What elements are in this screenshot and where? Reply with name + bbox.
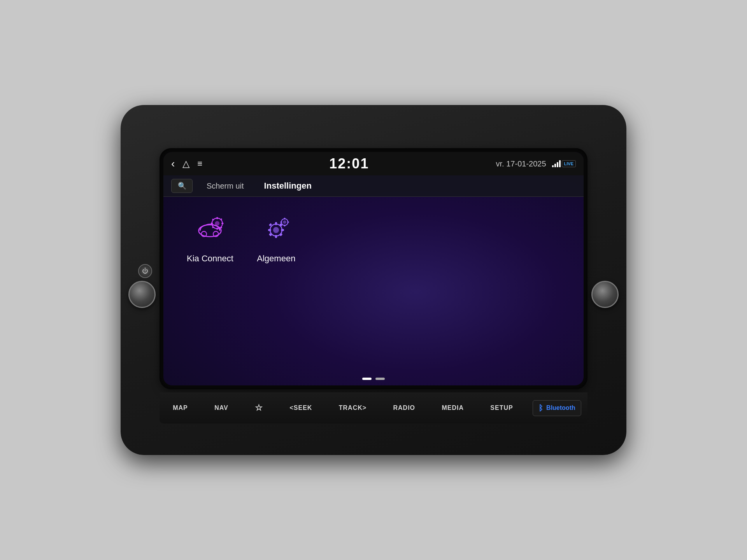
- signal-bars: [552, 160, 561, 167]
- svg-rect-6: [217, 228, 218, 229]
- bluetooth-button[interactable]: ᛒ Bluetooth: [533, 400, 581, 416]
- bluetooth-label: Bluetooth: [546, 404, 575, 411]
- nav-icons: ‹ △ ≡: [171, 158, 202, 170]
- svg-rect-28: [288, 221, 289, 222]
- media-button[interactable]: MEDIA: [435, 401, 471, 415]
- time-display: 12:01: [202, 156, 496, 172]
- screen-bezel: ⏻ ‹ △ ≡ 12:01 vr. 17-01-2025 LIVE: [160, 148, 587, 389]
- setup-button[interactable]: SETUP: [483, 401, 520, 415]
- svg-point-14: [273, 227, 279, 233]
- dot-2[interactable]: [375, 378, 385, 380]
- bluetooth-icon: ᛒ: [538, 404, 543, 413]
- svg-rect-15: [275, 222, 277, 225]
- svg-rect-16: [275, 235, 277, 238]
- svg-point-24: [283, 220, 287, 224]
- signal-indicator: LIVE: [552, 160, 576, 167]
- status-bar: ‹ △ ≡ 12:01 vr. 17-01-2025 LIVE: [163, 152, 584, 175]
- svg-rect-27: [281, 221, 282, 222]
- home-icon[interactable]: △: [182, 158, 189, 169]
- menu-bar: 🔍 Scherm uit Instellingen: [163, 175, 584, 197]
- svg-rect-18: [281, 229, 284, 231]
- search-icon: 🔍: [178, 182, 186, 190]
- right-knob[interactable]: [591, 281, 619, 308]
- favorites-button[interactable]: ☆: [248, 400, 270, 416]
- left-knob[interactable]: [128, 281, 156, 308]
- algemeen-label: Algemeen: [257, 254, 295, 264]
- kia-connect-tile[interactable]: Kia Connect: [187, 212, 233, 264]
- kia-connect-label: Kia Connect: [187, 254, 233, 264]
- date-display: vr. 17-01-2025: [496, 159, 546, 168]
- track-fwd-button[interactable]: TRACK>: [332, 401, 374, 415]
- svg-rect-11: [212, 226, 214, 228]
- svg-rect-9: [212, 218, 214, 220]
- menu-icon[interactable]: ≡: [197, 159, 202, 169]
- svg-rect-17: [268, 229, 271, 231]
- search-button[interactable]: 🔍: [171, 179, 193, 193]
- kia-live-badge: LIVE: [562, 160, 576, 167]
- svg-rect-5: [217, 217, 218, 219]
- svg-rect-25: [284, 218, 285, 219]
- svg-rect-10: [220, 218, 222, 220]
- back-icon[interactable]: ‹: [171, 158, 175, 170]
- infotainment-screen: ‹ △ ≡ 12:01 vr. 17-01-2025 LIVE 🔍: [163, 152, 584, 385]
- svg-rect-22: [279, 233, 282, 236]
- page-dots: [163, 378, 584, 385]
- svg-rect-8: [222, 222, 224, 224]
- nav-button[interactable]: NAV: [207, 401, 235, 415]
- svg-point-4: [215, 221, 220, 226]
- dot-1[interactable]: [362, 378, 372, 380]
- main-content: Kia Connect: [163, 197, 584, 378]
- seek-back-button[interactable]: <SEEK: [282, 401, 319, 415]
- svg-rect-7: [211, 222, 213, 224]
- hardware-button-bar: MAP NAV ☆ <SEEK TRACK> RADIO MEDIA SETUP…: [160, 392, 587, 424]
- map-button[interactable]: MAP: [166, 401, 195, 415]
- kia-connect-icon: [191, 212, 230, 247]
- car-infotainment-unit: ⏻ ‹ △ ≡ 12:01 vr. 17-01-2025 LIVE: [121, 105, 626, 455]
- screen-off-button[interactable]: Scherm uit: [200, 179, 250, 193]
- svg-rect-26: [284, 224, 285, 226]
- power-button[interactable]: ⏻: [138, 264, 152, 278]
- settings-button[interactable]: Instellingen: [258, 178, 318, 193]
- algemeen-icon: [257, 212, 296, 247]
- radio-button[interactable]: RADIO: [386, 401, 422, 415]
- algemeen-tile[interactable]: Algemeen: [257, 212, 296, 264]
